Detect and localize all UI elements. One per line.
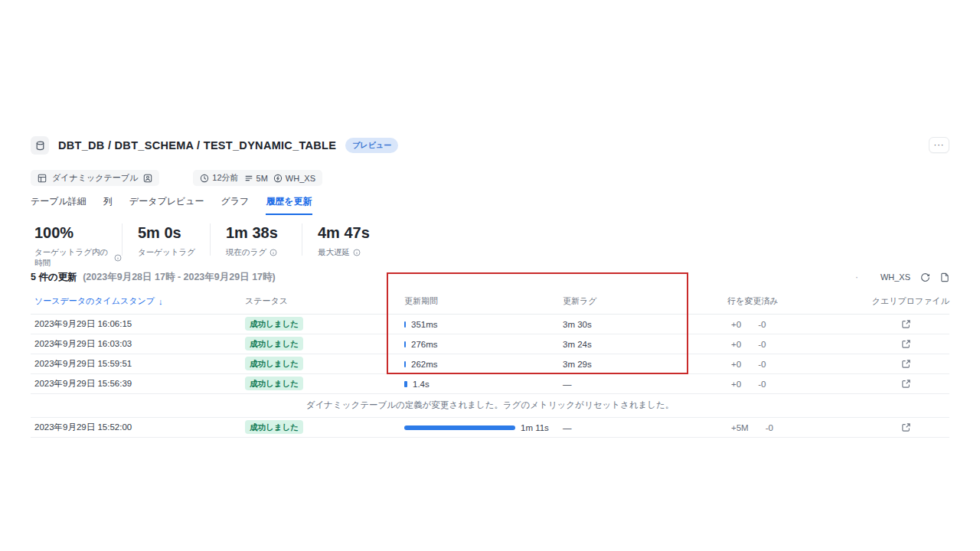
rows-added: +0 xyxy=(731,340,741,349)
stat-current-lag: 1m 38s 現在のラグ xyxy=(211,223,302,256)
cell-duration: 262ms xyxy=(411,360,438,369)
rows-added: +5M xyxy=(731,423,749,432)
refresh-date-range: (2023年9月28日 17時 - 2023年9月29日 17時) xyxy=(83,272,276,282)
cell-lag: — xyxy=(563,423,727,432)
cell-timestamp: 2023年9月29日 15:59:51 xyxy=(31,358,245,370)
warehouse-icon xyxy=(273,174,283,183)
dynamic-table-page: DBT_DB / DBT_SCHEMA / TEST_DYNAMIC_TABLE… xyxy=(31,130,949,438)
refresh-info-pill: 12分前 5M WH_XS xyxy=(193,170,322,186)
meta-bar: ダイナミックテーブル 12分前 xyxy=(31,170,949,186)
cell-timestamp: 2023年9月29日 15:56:39 xyxy=(31,378,245,390)
tab-refresh-history[interactable]: 履歴を更新 xyxy=(266,195,312,215)
stat-label: 現在のラグ xyxy=(226,247,266,258)
info-icon[interactable] xyxy=(270,249,277,256)
preview-badge: プレビュー xyxy=(345,138,398,153)
warehouse-label: WH_XS xyxy=(286,174,315,183)
cell-lag: — xyxy=(563,380,727,389)
rows-removed: -0 xyxy=(758,380,766,389)
table-row[interactable]: 2023年9月29日 16:06:15 成功しました 351ms 3m 30s … xyxy=(31,315,949,334)
rows-removed: -0 xyxy=(766,423,773,432)
refreshes-section-header: 5 件の更新 (2023年9月28日 17時 - 2023年9月29日 17時)… xyxy=(31,271,949,283)
column-header-query-profile[interactable]: クエリプロファイル xyxy=(842,295,949,307)
column-header-timestamp[interactable]: ソースデータのタイムスタンプ ↓ xyxy=(31,295,245,307)
table-row[interactable]: 2023年9月29日 15:52:00 成功しました 1m 11s — +5M-… xyxy=(31,418,949,438)
refreshes-title-group: 5 件の更新 (2023年9月28日 17時 - 2023年9月29日 17時) xyxy=(31,271,276,284)
table-row[interactable]: 2023年9月29日 15:59:51 成功しました 262ms 3m 29s … xyxy=(31,354,949,374)
query-profile-link-icon[interactable] xyxy=(901,379,911,389)
row-count-label: 5M xyxy=(256,174,268,183)
refresh-count-title: 5 件の更新 xyxy=(31,272,77,282)
stat-label: 最大遅延 xyxy=(318,247,350,258)
export-icon[interactable] xyxy=(940,272,949,282)
dynamic-table-icon xyxy=(38,174,47,183)
tab-table-details[interactable]: テーブル詳細 xyxy=(31,195,87,215)
query-profile-link-icon[interactable] xyxy=(901,359,911,369)
cell-timestamp: 2023年9月29日 16:03:03 xyxy=(31,338,245,350)
column-header-duration[interactable]: 更新期間 xyxy=(404,295,563,307)
cell-duration: 351ms xyxy=(411,320,438,329)
info-icon[interactable] xyxy=(114,254,122,262)
status-badge: 成功しました xyxy=(245,357,303,370)
status-badge: 成功しました xyxy=(245,420,303,434)
warehouse-group: WH_XS xyxy=(273,174,315,183)
more-actions-button[interactable]: ··· xyxy=(929,137,949,153)
rows-added: +0 xyxy=(731,320,741,329)
status-badge: 成功しました xyxy=(245,377,303,390)
stat-value: 4m 47s xyxy=(318,224,370,242)
cell-timestamp: 2023年9月29日 16:06:15 xyxy=(31,318,245,330)
column-header-status[interactable]: ステータス xyxy=(245,295,404,307)
database-icon-button[interactable] xyxy=(31,136,49,155)
cell-duration: 1m 11s xyxy=(521,423,549,432)
rows-removed: -0 xyxy=(758,340,766,349)
refresh-history-table: ソースデータのタイムスタンプ ↓ ステータス 更新期間 更新ラグ 行を変更済み … xyxy=(31,291,949,438)
last-refresh-label: 12分前 xyxy=(212,172,238,184)
column-header-rows-changed[interactable]: 行を変更済み xyxy=(727,295,842,307)
last-refresh-group: 12分前 xyxy=(200,172,238,184)
database-icon xyxy=(35,141,45,151)
stat-target-lag: 5m 0s ターゲットラグ xyxy=(122,223,211,256)
sort-descending-icon: ↓ xyxy=(158,297,163,306)
clock-icon xyxy=(200,174,209,183)
page-header: DBT_DB / DBT_SCHEMA / TEST_DYNAMIC_TABLE… xyxy=(31,136,949,155)
rows-icon xyxy=(244,174,253,183)
stat-label: ターゲットラグ xyxy=(138,247,195,258)
tab-data-preview[interactable]: データプレビュー xyxy=(129,195,204,215)
status-badge: 成功しました xyxy=(245,317,303,331)
definition-changed-notice: ダイナミックテーブルの定義が変更されました。ラグのメトリックがリセットされました… xyxy=(31,394,949,418)
tab-columns[interactable]: 列 xyxy=(103,195,113,215)
lag-stats: 100% ターゲットラグ内の時間 5m 0s ターゲットラグ 1m 38s 現在… xyxy=(31,223,949,256)
object-type-pill: ダイナミックテーブル xyxy=(31,170,159,186)
status-dot: · xyxy=(855,272,858,282)
cell-lag: 3m 24s xyxy=(563,340,727,349)
stat-max-delay: 4m 47s 最大遅延 xyxy=(302,223,370,256)
query-profile-link-icon[interactable] xyxy=(901,319,911,329)
cell-duration: 1.4s xyxy=(413,380,430,389)
stat-time-within-target-lag: 100% ターゲットラグ内の時間 xyxy=(31,223,122,256)
tab-graph[interactable]: グラフ xyxy=(221,195,250,215)
rows-added: +0 xyxy=(731,380,741,389)
table-row[interactable]: 2023年9月29日 16:03:03 成功しました 276ms 3m 24s … xyxy=(31,334,949,354)
duration-bar xyxy=(404,341,406,347)
timestamp-header-label: ソースデータのタイムスタンプ xyxy=(34,295,155,307)
cell-timestamp: 2023年9月29日 15:52:00 xyxy=(31,422,245,433)
query-profile-link-icon[interactable] xyxy=(901,422,911,432)
rows-removed: -0 xyxy=(758,320,766,329)
row-count-group: 5M xyxy=(244,174,268,183)
duration-bar xyxy=(404,381,407,387)
tab-bar: テーブル詳細 列 データプレビュー グラフ 履歴を更新 xyxy=(31,195,949,215)
rows-removed: -0 xyxy=(758,360,766,369)
toolbar-warehouse-label[interactable]: WH_XS xyxy=(880,272,910,282)
stat-value: 1m 38s xyxy=(226,224,302,242)
info-icon[interactable] xyxy=(353,249,361,256)
cell-lag: 3m 30s xyxy=(563,320,727,329)
duration-bar xyxy=(404,361,406,367)
status-badge: 成功しました xyxy=(245,337,303,350)
cell-lag: 3m 29s xyxy=(563,360,727,369)
query-profile-link-icon[interactable] xyxy=(901,339,911,349)
stat-value: 5m 0s xyxy=(138,224,210,242)
refresh-icon[interactable] xyxy=(920,272,930,282)
column-header-lag[interactable]: 更新ラグ xyxy=(563,295,727,307)
object-type-label: ダイナミックテーブル xyxy=(52,172,138,184)
duration-bar xyxy=(404,321,406,328)
table-row[interactable]: 2023年9月29日 15:56:39 成功しました 1.4s — +0-0 xyxy=(31,374,949,394)
